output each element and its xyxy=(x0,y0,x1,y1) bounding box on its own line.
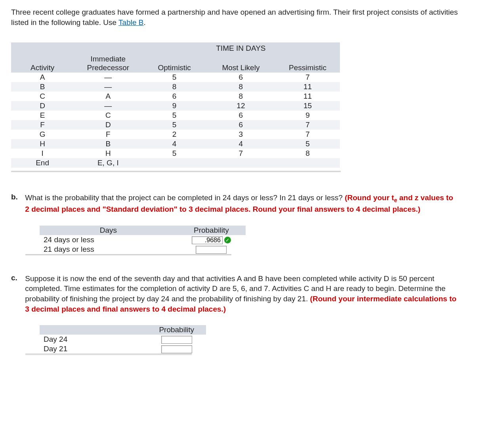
table-cell xyxy=(142,158,206,168)
table-cell: 5 xyxy=(142,149,206,158)
table-cell: A xyxy=(11,73,74,82)
table-cell xyxy=(275,158,340,168)
table-cell: I xyxy=(11,149,74,158)
table-cell: 5 xyxy=(142,111,206,120)
table-cell: B xyxy=(74,139,142,149)
table-row: FD567 xyxy=(11,120,340,130)
question-b-text: What is the probability that the project… xyxy=(25,193,345,202)
probability-input[interactable] xyxy=(161,345,192,353)
table-row: Day 24 xyxy=(40,335,206,344)
col-pessimistic: Pessimistic xyxy=(275,54,340,73)
table-cell: 8 xyxy=(206,92,275,101)
answer-row-label: Day 21 xyxy=(40,344,147,354)
ans-b-header-prob: Probability xyxy=(177,226,246,235)
answer-table-c: Probability Day 24Day 21 xyxy=(40,325,206,354)
table-cell: A xyxy=(74,92,142,101)
table-cell: 7 xyxy=(275,120,340,130)
intro-text-before: Three recent college graduates have form… xyxy=(11,8,458,27)
table-cell: 2 xyxy=(142,130,206,139)
activity-table-wrap: TIME IN DAYS Activity Immediate Predeces… xyxy=(11,42,341,173)
table-cell: 8 xyxy=(142,82,206,92)
table-cell: D xyxy=(11,101,74,111)
answer-row-label: Day 24 xyxy=(40,335,147,344)
table-cell: 7 xyxy=(275,130,340,139)
table-row: EC569 xyxy=(11,111,340,120)
activity-table: TIME IN DAYS Activity Immediate Predeces… xyxy=(11,42,340,168)
table-cell: F xyxy=(11,120,74,130)
table-cell: 6 xyxy=(206,73,275,82)
table-cell: 5 xyxy=(142,120,206,130)
table-row: B—8811 xyxy=(11,82,340,92)
table-cell: C xyxy=(11,92,74,101)
correct-icon: ✓ xyxy=(224,237,231,243)
table-cell: E xyxy=(11,111,74,120)
probability-input[interactable] xyxy=(192,236,223,244)
table-cell: 11 xyxy=(275,82,340,92)
table-cell: 11 xyxy=(275,92,340,101)
table-cell: 7 xyxy=(206,149,275,158)
intro-text-after: . xyxy=(143,18,145,27)
question-c-letter: c. xyxy=(11,274,23,282)
table-cell: — xyxy=(74,73,142,82)
table-cell: C xyxy=(74,111,142,120)
table-cell: 3 xyxy=(206,130,275,139)
table-row: EndE, G, I xyxy=(11,158,340,168)
table-cell: H xyxy=(11,139,74,149)
table-cell: 9 xyxy=(142,101,206,111)
ans-b-header-days: Days xyxy=(40,226,177,235)
ans-c-header-prob: Probability xyxy=(147,325,206,335)
table-row: A—567 xyxy=(11,73,340,82)
table-cell: 6 xyxy=(206,120,275,130)
table-b-link[interactable]: Table B xyxy=(118,18,143,27)
table-row: D—91215 xyxy=(11,101,340,111)
table-row: 21 days or less xyxy=(40,245,246,254)
answer-row-label: 21 days or less xyxy=(40,245,177,254)
table-cell: 5 xyxy=(275,139,340,149)
answer-row-label: 24 days or less xyxy=(40,235,177,245)
probability-input[interactable] xyxy=(196,246,227,254)
table-cell: H xyxy=(74,149,142,158)
table-cell: 7 xyxy=(275,73,340,82)
table-row: HB445 xyxy=(11,139,340,149)
col-optimistic: Optimistic xyxy=(142,54,206,73)
super-header-time: TIME IN DAYS xyxy=(206,42,275,54)
col-activity: Activity xyxy=(11,54,74,73)
table-row: IH578 xyxy=(11,149,340,158)
table-row: Day 21 xyxy=(40,344,206,354)
table-cell: 6 xyxy=(206,111,275,120)
table-cell: — xyxy=(74,82,142,92)
table-cell: 8 xyxy=(275,149,340,158)
probability-input[interactable] xyxy=(161,336,192,344)
table-cell: B xyxy=(11,82,74,92)
question-b-letter: b. xyxy=(11,193,23,201)
answer-row-value-cell xyxy=(177,245,246,254)
table-cell: 15 xyxy=(275,101,340,111)
table-row: 24 days or less✓ xyxy=(40,235,246,245)
table-cell: End xyxy=(11,158,74,168)
answer-row-value-cell xyxy=(147,335,206,344)
table-row: GF237 xyxy=(11,130,340,139)
table-cell: 4 xyxy=(206,139,275,149)
answer-row-value-cell: ✓ xyxy=(177,235,246,245)
ans-c-header-blank xyxy=(40,325,147,335)
question-c: c. Suppose it is now the end of the seve… xyxy=(11,274,466,356)
table-cell: 6 xyxy=(142,92,206,101)
table-cell: G xyxy=(11,130,74,139)
col-most-likely: Most Likely xyxy=(206,54,275,73)
question-b: b. What is the probability that the proj… xyxy=(11,193,466,256)
table-cell: D xyxy=(74,120,142,130)
table-cell: — xyxy=(74,101,142,111)
answer-table-b: Days Probability 24 days or less✓21 days… xyxy=(40,226,246,254)
col-predecessor: Immediate Predecessor xyxy=(74,54,142,73)
table-cell: 5 xyxy=(142,73,206,82)
table-cell: 8 xyxy=(206,82,275,92)
table-cell: 9 xyxy=(275,111,340,120)
table-cell xyxy=(206,158,275,168)
answer-row-value-cell xyxy=(147,344,206,354)
table-cell: F xyxy=(74,130,142,139)
table-cell: E, G, I xyxy=(74,158,142,168)
table-cell: 4 xyxy=(142,139,206,149)
table-cell: 12 xyxy=(206,101,275,111)
intro-paragraph: Three recent college graduates have form… xyxy=(11,7,466,27)
table-row: CA6811 xyxy=(11,92,340,101)
